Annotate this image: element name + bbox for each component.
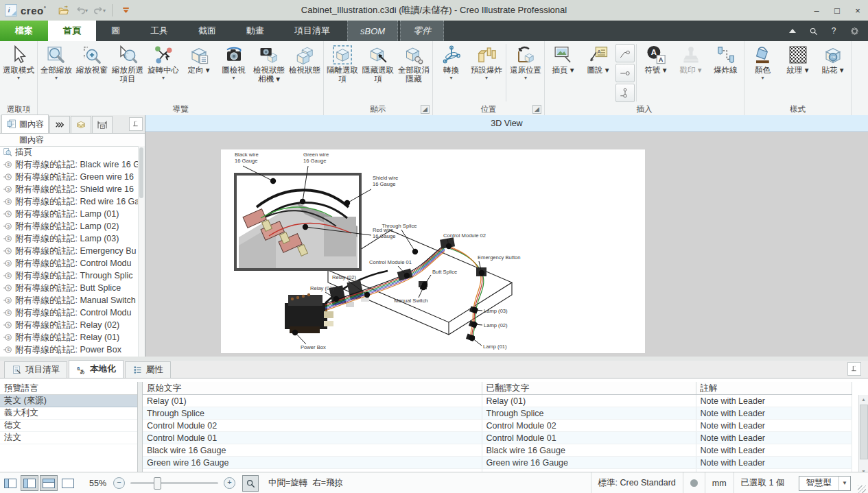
table-row[interactable]: Control Module 02Control Module 02Note w… — [143, 420, 852, 432]
zoom-tool-toggle[interactable] — [242, 475, 259, 492]
language-item[interactable]: 義大利文 — [0, 407, 137, 420]
tab-home[interactable]: 首頁 — [48, 21, 96, 41]
panel-tab-layers[interactable] — [71, 116, 91, 133]
standard-indicator[interactable]: 標準: Creo Standard — [591, 472, 683, 493]
list-item[interactable]: 附有導線的註記: Through Splic — [0, 269, 139, 282]
resize-grip[interactable] — [858, 485, 866, 493]
dialog-launcher[interactable]: ◢ — [421, 105, 430, 114]
list-item[interactable]: 附有導線的註記: Control Modu — [0, 306, 139, 319]
tab-localize[interactable]: 本地化 — [69, 360, 124, 378]
list-item[interactable]: 附有導線的註記: Shield wire 16 — [0, 183, 139, 195]
tab-file[interactable]: 檔案 — [0, 21, 48, 41]
pane-layout-single-button[interactable] — [59, 475, 77, 491]
settings-button[interactable] — [849, 25, 860, 36]
list-item[interactable]: 插頁 — [0, 146, 139, 158]
transform-button[interactable]: 轉換▾ — [434, 43, 469, 103]
list-item[interactable]: 附有導線的註記: Lamp (02) — [0, 220, 139, 232]
list-item[interactable]: 附有導線的註記: Lamp (03) — [0, 232, 139, 245]
view-state-camera-button[interactable]: 檢視狀態相機 ▾ — [251, 43, 287, 103]
symbol-button[interactable]: 符號 ▾ — [638, 43, 673, 103]
figure-view-button[interactable]: 圖檢視▾ — [216, 43, 251, 103]
search-button[interactable] — [808, 25, 819, 36]
table-row[interactable]: Through SpliceThrough SpliceNote with Le… — [143, 407, 852, 420]
tab-item-list[interactable]: 項目清單 — [279, 21, 345, 41]
callout-button[interactable]: 圖說 ▾ — [580, 43, 615, 103]
branch-callout-button[interactable] — [615, 84, 635, 102]
list-item[interactable]: 附有導線的註記: Green wire 16 — [0, 171, 139, 183]
minimize-button[interactable]: – — [806, 1, 827, 19]
bottom-panel-corner-button[interactable] — [847, 362, 861, 376]
redo-button[interactable]: ▾ — [91, 3, 106, 17]
list-item[interactable]: 附有導線的註記: Manual Switch — [0, 294, 139, 306]
texture-button[interactable]: 紋理 ▾ — [780, 43, 815, 103]
list-item[interactable]: 附有導線的註記: Power Box — [0, 344, 139, 356]
pane-layout-vertical-button[interactable] — [21, 475, 38, 491]
circle-callout-button[interactable] — [615, 64, 635, 82]
panel-scrollbar[interactable] — [138, 146, 145, 357]
table-row[interactable]: Relay (01)Relay (01)Note with Leader — [143, 395, 852, 407]
language-item[interactable]: 德文 — [0, 420, 137, 432]
panel-corner-button[interactable] — [129, 117, 143, 131]
view-state-button[interactable]: 檢視狀態 — [287, 43, 322, 103]
panel-tab-measure[interactable] — [92, 116, 113, 133]
preset-explode-button[interactable]: 預設爆炸▾ — [469, 43, 504, 103]
undo-button[interactable]: ▾ — [73, 3, 89, 17]
scrollbar-thumb[interactable] — [860, 405, 868, 459]
zoom-all-button[interactable]: 全部縮放▾ — [38, 43, 74, 103]
zoom-selected-button[interactable]: 縮放所選項目 — [110, 43, 145, 103]
open-button[interactable] — [56, 3, 71, 17]
select-mode-button[interactable]: 選取模式▾ — [1, 43, 36, 103]
inset-button[interactable]: 插頁 ▾ — [546, 43, 580, 103]
table-scrollbar[interactable]: ▲ ▼ — [858, 395, 868, 476]
table-row[interactable]: Control Module 01Control Module 01Note w… — [143, 432, 852, 444]
language-item[interactable]: 法文 — [0, 432, 137, 444]
help-button[interactable]: ? — [828, 25, 839, 36]
customize-toolbar-button[interactable] — [118, 3, 133, 17]
list-item[interactable]: 附有導線的註記: Control Modu — [0, 257, 139, 269]
table-row[interactable]: Green wire 16 GaugeGreen wire 16 GaugeNo… — [143, 457, 852, 469]
zoom-in-button[interactable]: + — [224, 477, 235, 489]
list-item[interactable]: 附有導線的註記: Red wire 16 Ga — [0, 195, 139, 208]
scrollbar-thumb[interactable] — [139, 147, 143, 198]
tab-item-list[interactable]: 項目清單 — [4, 361, 67, 378]
column-source-text[interactable]: 原始文字 — [143, 382, 482, 395]
restore-position-button[interactable]: 還原位置▾ — [508, 43, 543, 103]
explode-line-button[interactable]: 爆炸線 — [708, 43, 743, 103]
tab-sbom[interactable]: sBOM — [347, 21, 398, 41]
collapse-ribbon-button[interactable] — [787, 25, 798, 36]
straight-callout-button[interactable] — [615, 44, 635, 62]
panel-tab-figure-content[interactable]: 圖內容 — [1, 115, 49, 133]
dialog-launcher[interactable]: ◢ — [532, 105, 541, 114]
panel-divider[interactable] — [138, 382, 143, 476]
list-item[interactable]: 附有導線的註記: Black wire 16 G — [0, 158, 139, 171]
unhide-all-button[interactable]: 全部取消隱藏 — [396, 43, 432, 103]
color-button[interactable]: 顏色▾ — [745, 43, 780, 103]
list-item[interactable]: 附有導線的註記: Relay (01) — [0, 331, 139, 344]
tab-parts[interactable]: 零件 — [400, 21, 444, 41]
tab-figure[interactable]: 圖 — [96, 21, 135, 41]
list-item[interactable]: 附有導線的註記: Butt Splice — [0, 282, 139, 294]
spin-center-button[interactable]: 旋轉中心▾ — [145, 43, 181, 103]
hide-selected-button[interactable]: 隱藏選取項 — [360, 43, 396, 103]
table-row[interactable]: Black wire 16 GaugeBlack wire 16 GaugeNo… — [143, 444, 852, 457]
tab-tools[interactable]: 工具 — [135, 21, 183, 41]
close-button[interactable]: × — [847, 1, 868, 19]
tab-section[interactable]: 截面 — [183, 21, 231, 41]
pane-layout-horizontal-button[interactable] — [40, 475, 58, 491]
zoom-window-button[interactable]: 縮放視窗 — [74, 43, 110, 103]
tab-properties[interactable]: 屬性 — [125, 361, 171, 378]
units-indicator[interactable]: mm — [705, 472, 734, 493]
language-item[interactable]: 英文 (來源) — [0, 395, 137, 407]
maximize-button[interactable]: □ — [827, 1, 847, 19]
pane-layout-left-button[interactable] — [1, 475, 19, 491]
isolate-selected-button[interactable]: 隔離選取項 — [325, 43, 360, 103]
column-note[interactable]: 註解 — [696, 382, 852, 395]
orient-button[interactable]: 定向 ▾ — [181, 43, 216, 103]
list-item[interactable]: 附有導線的註記: Relay (02) — [0, 319, 139, 331]
tab-animation[interactable]: 動畫 — [231, 21, 279, 41]
zoom-slider-thumb[interactable] — [154, 477, 161, 490]
zoom-out-button[interactable]: − — [113, 477, 125, 489]
column-translated-text[interactable]: 已翻譯文字 — [482, 382, 696, 395]
selection-mode-dropdown[interactable]: 智慧型 ▼ — [799, 476, 852, 491]
list-item[interactable]: 附有導線的註記: Emergency Bu — [0, 245, 139, 257]
